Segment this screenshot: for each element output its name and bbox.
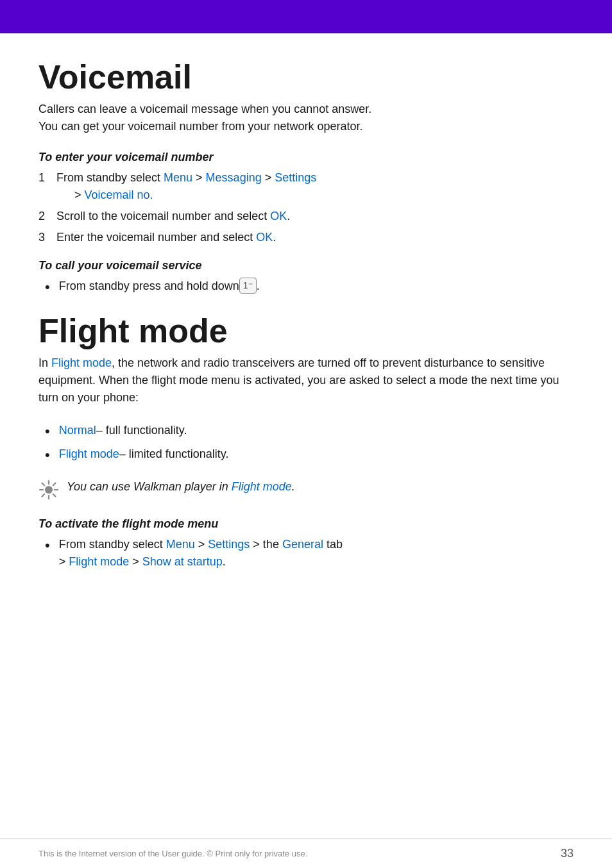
top-bar <box>0 0 612 33</box>
svg-line-5 <box>42 483 45 486</box>
flight-mode-activate-heading: To activate the flight mode menu <box>38 517 574 531</box>
key-1-icon: 1⁻ <box>239 278 257 294</box>
voicemail-step-2: 2 Scroll to the voicemail number and sel… <box>38 208 574 225</box>
page-number: 33 <box>561 847 574 860</box>
tip-box: You can use Walkman player in Flight mod… <box>38 478 574 505</box>
tip-icon <box>38 480 59 505</box>
voicemail-section2-heading: To call your voicemail service <box>38 259 574 272</box>
svg-line-6 <box>53 494 56 497</box>
svg-line-8 <box>42 494 45 497</box>
flight-mode-bullets: Normal – full functionality. Flight mode… <box>38 422 574 465</box>
svg-line-7 <box>53 483 56 486</box>
svg-point-0 <box>45 486 53 494</box>
voicemail-steps: 1 From standby select Menu > Messaging >… <box>38 169 574 246</box>
voicemail-call-bullet-1: From standby press and hold down 1⁻. <box>45 278 574 297</box>
flight-mode-activate-bullets: From standby select Menu > Settings > th… <box>38 536 574 571</box>
voicemail-step-3: 3 Enter the voicemail number and select … <box>38 229 574 246</box>
flight-mode-title: Flight mode <box>38 313 574 349</box>
footer: This is the Internet version of the User… <box>0 839 612 868</box>
tip-sun-icon <box>38 480 59 500</box>
voicemail-section1-heading: To enter your voicemail number <box>38 151 574 164</box>
flight-mode-activate-bullet-1: From standby select Menu > Settings > th… <box>45 536 574 571</box>
voicemail-call-bullets: From standby press and hold down 1⁻. <box>38 278 574 297</box>
flight-mode-bullet-normal: Normal – full functionality. <box>45 422 574 442</box>
flight-mode-bullet-flight: Flight mode – limited functionality. <box>45 446 574 465</box>
voicemail-step-1: 1 From standby select Menu > Messaging >… <box>38 169 574 204</box>
flight-mode-section: Flight mode In Flight mode, the network … <box>38 313 574 571</box>
voicemail-intro: Callers can leave a voicemail message wh… <box>38 101 574 135</box>
tip-text: You can use Walkman player in Flight mod… <box>67 478 295 496</box>
flight-mode-intro: In Flight mode, the network and radio tr… <box>38 355 574 406</box>
footer-text: This is the Internet version of the User… <box>38 849 307 858</box>
voicemail-title: Voicemail <box>38 59 574 96</box>
